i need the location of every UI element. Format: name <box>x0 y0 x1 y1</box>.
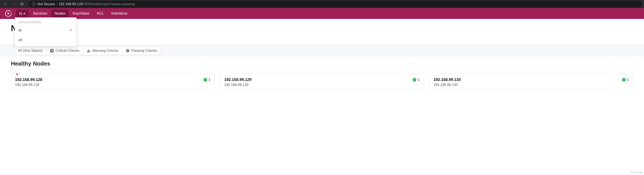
back-button[interactable]: ← <box>2 1 9 7</box>
chevron-up-icon <box>23 13 26 14</box>
check-circle-icon: ✓ <box>413 78 416 82</box>
info-icon: i <box>32 2 36 6</box>
forward-button[interactable]: → <box>10 1 17 7</box>
check-icon: ✓ <box>70 28 73 33</box>
nav-acl[interactable]: ACL <box>94 9 107 17</box>
filter-passing[interactable]: ✓ Passing Checks <box>122 46 160 55</box>
datacenter-dropdown: DATACENTERS bj ✓ sh <box>15 17 76 46</box>
node-cards: ★ 192.168.99.128 192.168.99.128 ✓ 1 192.… <box>11 74 633 90</box>
url-host: 192.168.99.128 <box>58 2 83 6</box>
nav-nodes[interactable]: Nodes <box>52 9 68 17</box>
check-circle-icon: ✓ <box>204 78 207 82</box>
badge-count: 1 <box>627 77 629 82</box>
node-card[interactable]: 192.168.99.129 192.168.99.129 ✓ 1 <box>220 74 424 90</box>
filter-group: All (Any Status) ✕ Critical Checks Warni… <box>14 46 161 55</box>
browser-chrome: ← → ⟳ i Not Secure 192.168.99.128:8500/u… <box>0 0 644 8</box>
svg-point-2 <box>10 12 11 13</box>
not-secure-label: Not Secure <box>38 2 55 6</box>
filter-label: Critical Checks <box>56 48 80 53</box>
node-name: 192.168.99.128 <box>15 77 210 82</box>
dropdown-item-sh[interactable]: sh <box>15 35 76 45</box>
url-path: :8500/ui/bj/nodes?status=passing <box>83 2 135 6</box>
dropdown-item-label: sh <box>18 38 22 42</box>
warning-icon <box>87 49 91 53</box>
node-card[interactable]: 192.168.99.130 192.168.99.130 ✓ 1 <box>430 74 633 90</box>
reload-button[interactable]: ⟳ <box>19 1 25 7</box>
health-badge: ✓ 1 <box>622 77 629 82</box>
filter-all[interactable]: All (Any Status) <box>14 46 46 55</box>
dropdown-item-bj[interactable]: bj ✓ <box>15 25 76 35</box>
url-text: 192.168.99.128:8500/ui/bj/nodes?status=p… <box>58 2 135 6</box>
filter-label: Passing Checks <box>131 48 157 53</box>
top-nav: bj Services Nodes Key/Value ACL Intentio… <box>0 8 644 19</box>
filter-bar: All (Any Status) ✕ Critical Checks Warni… <box>0 45 644 56</box>
filter-warning[interactable]: Warning Checks <box>83 46 122 55</box>
datacenter-selector[interactable]: bj <box>16 9 28 17</box>
star-icon: ★ <box>14 71 20 77</box>
svg-point-6 <box>11 14 12 14</box>
passing-icon: ✓ <box>126 49 130 53</box>
svg-point-1 <box>8 13 9 14</box>
svg-point-5 <box>11 13 12 13</box>
health-badge: ✓ 1 <box>413 77 420 82</box>
filter-critical[interactable]: ✕ Critical Checks <box>46 46 83 55</box>
node-addr: 192.168.99.130 <box>434 83 629 87</box>
check-circle-icon: ✓ <box>622 78 626 82</box>
dropdown-item-label: bj <box>18 28 21 32</box>
critical-icon: ✕ <box>50 49 54 53</box>
datacenter-label: bj <box>19 11 22 16</box>
badge-count: 1 <box>418 77 420 82</box>
node-addr: 192.168.99.129 <box>224 83 420 87</box>
node-addr: 192.168.99.128 <box>15 83 210 87</box>
svg-point-4 <box>10 14 11 15</box>
address-bar[interactable]: i Not Secure 192.168.99.128:8500/ui/bj/n… <box>29 1 642 7</box>
nav-intentions[interactable]: Intentions <box>108 9 130 17</box>
page-title: N <box>11 24 633 33</box>
dropdown-header: DATACENTERS <box>15 18 76 25</box>
health-badge: ✓ 1 <box>204 77 210 82</box>
page-body: N All (Any Status) ✕ Critical Checks War… <box>0 24 644 90</box>
filter-label: All (Any Status) <box>18 48 43 53</box>
node-name: 192.168.99.129 <box>224 77 420 82</box>
section-title: Healthy Nodes <box>11 60 633 70</box>
node-card[interactable]: ★ 192.168.99.128 192.168.99.128 ✓ 1 <box>11 74 214 90</box>
consul-logo-icon <box>4 9 12 17</box>
nav-services[interactable]: Services <box>30 9 50 17</box>
badge-count: 1 <box>208 77 210 82</box>
filter-label: Warning Checks <box>92 48 118 53</box>
nav-keyvalue[interactable]: Key/Value <box>70 9 92 17</box>
node-name: 192.168.99.130 <box>434 77 629 82</box>
svg-point-3 <box>11 13 12 14</box>
